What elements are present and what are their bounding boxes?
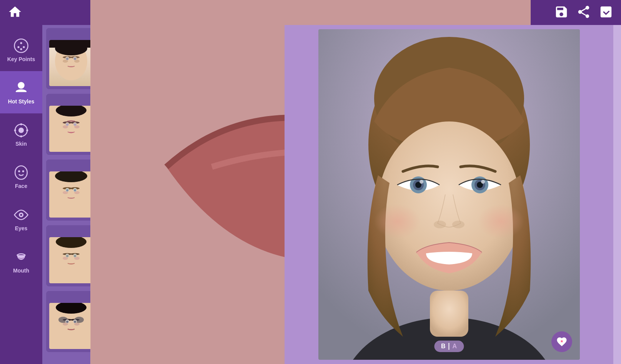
- heart-button[interactable]: [551, 331, 572, 352]
- svg-point-127: [478, 204, 524, 239]
- ba-divider: [449, 343, 450, 350]
- style-smoky-images: [46, 301, 281, 352]
- main-layout: Key Points Hot Styles Skin: [0, 25, 621, 364]
- styles-panel: Natural: [42, 25, 285, 364]
- svg-point-136: [434, 221, 446, 228]
- photo-area: B A: [285, 25, 613, 364]
- svg-rect-117: [186, 303, 242, 349]
- before-label: B: [441, 343, 446, 350]
- svg-rect-121: [430, 291, 468, 337]
- after-label: A: [453, 343, 457, 350]
- svg-point-135: [481, 180, 485, 184]
- svg-point-134: [420, 180, 423, 184]
- svg-point-137: [452, 221, 465, 228]
- style-row-smoky[interactable]: Smoky: [46, 291, 281, 352]
- style-smoky-lip: [186, 303, 242, 349]
- ba-toggle[interactable]: B A: [434, 341, 464, 352]
- photo-container: B A: [318, 29, 580, 360]
- woman-portrait: [318, 29, 580, 360]
- svg-point-126: [374, 204, 420, 239]
